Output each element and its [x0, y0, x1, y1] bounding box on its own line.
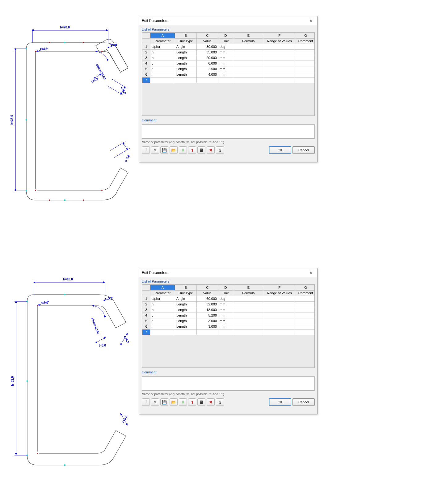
- col-letter-C[interactable]: C: [197, 33, 218, 39]
- table-row[interactable]: 2hLength35.000mm: [142, 50, 315, 55]
- close-icon[interactable]: ✕: [307, 16, 315, 25]
- table-row-empty[interactable]: 7: [142, 78, 315, 83]
- parameters-grid[interactable]: A B C D E F G Parameter Unit Type Value: [142, 32, 315, 116]
- cancel-button[interactable]: Cancel: [292, 398, 315, 406]
- table-row[interactable]: 1alphaAngle30.000deg: [142, 44, 315, 50]
- table-row-empty[interactable]: 7: [142, 330, 315, 335]
- col-value: Value: [197, 39, 218, 44]
- edit-parameters-dialog-2: Edit Parameters ✕ List of Parameters A B…: [139, 268, 318, 414]
- table-row[interactable]: 4cLength5.200mm: [142, 313, 315, 318]
- table-row[interactable]: 1alphaAngle60.000deg: [142, 296, 315, 302]
- section-drawing-2: b=18.0 h=32.0 r=3.0 r=3.0 alpha=60.00 t=…: [3, 252, 136, 504]
- svg-line-28: [123, 143, 127, 149]
- col-letter-A[interactable]: A: [150, 285, 175, 291]
- col-letter-D[interactable]: D: [218, 33, 233, 39]
- edit-parameters-dialog-1: Edit Parameters ✕ List of Parameters A B…: [139, 16, 318, 162]
- comment-input[interactable]: [142, 376, 315, 391]
- svg-point-36: [37, 453, 38, 454]
- save-icon[interactable]: 💾: [160, 398, 168, 406]
- col-unit-type: Unit Type: [175, 291, 197, 296]
- svg-point-33: [64, 294, 66, 296]
- info-icon[interactable]: ℹ: [216, 146, 224, 154]
- ok-button[interactable]: OK: [269, 398, 291, 406]
- dialog-title: Edit Parameters: [142, 16, 168, 25]
- table-row[interactable]: 3bLength18.000mm: [142, 307, 315, 313]
- excel-export-icon[interactable]: ⬆: [188, 146, 196, 154]
- table-row[interactable]: 4cLength6.000mm: [142, 61, 315, 66]
- svg-point-34: [64, 464, 66, 466]
- excel-export-icon[interactable]: ⬆: [188, 398, 196, 406]
- delete-icon[interactable]: ✖: [207, 146, 215, 154]
- svg-point-2: [26, 119, 27, 121]
- svg-line-45: [96, 337, 106, 343]
- svg-point-7: [35, 190, 36, 191]
- svg-point-35: [37, 305, 38, 306]
- calc-icon[interactable]: 🖩: [197, 398, 205, 406]
- parameters-grid[interactable]: A B C D E F G Parameter Unit Type Value: [142, 284, 315, 368]
- close-icon[interactable]: ✕: [307, 268, 315, 277]
- hint-text: Name of parameter (e.g. 'Width_w', not p…: [142, 393, 315, 396]
- comment-input[interactable]: [142, 124, 315, 139]
- dim-b: b=20.0: [60, 26, 70, 29]
- col-letter-C[interactable]: C: [197, 285, 218, 291]
- cancel-button[interactable]: Cancel: [292, 146, 315, 154]
- col-letter-A[interactable]: A: [150, 33, 175, 39]
- col-letter-F[interactable]: F: [264, 33, 295, 39]
- svg-point-4: [64, 42, 66, 44]
- list-of-parameters-label: List of Parameters: [142, 27, 315, 31]
- section-drawing-1: b=20.0 h=35.0 r=4.0 r=4.0 alpha=30.00 t=…: [3, 0, 136, 252]
- help-icon[interactable]: ❔: [142, 146, 150, 154]
- svg-point-10: [49, 42, 50, 43]
- calc-icon[interactable]: 🖩: [197, 146, 205, 154]
- col-range: Range of Values: [264, 39, 295, 44]
- delete-icon[interactable]: ✖: [207, 398, 215, 406]
- dim-h: h=35.0: [10, 115, 14, 125]
- open-icon[interactable]: 📂: [170, 398, 178, 406]
- dim-r2: r=3.0: [105, 297, 112, 300]
- comment-label: Comment: [142, 118, 315, 122]
- col-letter-D[interactable]: D: [218, 285, 233, 291]
- svg-point-6: [35, 51, 36, 52]
- svg-point-11: [83, 42, 84, 43]
- help-icon[interactable]: ❔: [142, 398, 150, 406]
- edit-icon[interactable]: ✎: [151, 398, 159, 406]
- edit-icon[interactable]: ✎: [151, 146, 159, 154]
- table-row[interactable]: 2hLength32.000mm: [142, 302, 315, 307]
- col-parameter: Parameter: [150, 39, 175, 44]
- svg-line-22: [94, 74, 101, 78]
- col-formula: Formula: [233, 39, 264, 44]
- col-unit: Unit: [218, 39, 233, 44]
- col-letter-E[interactable]: E: [233, 33, 264, 39]
- col-letter-F[interactable]: F: [264, 285, 295, 291]
- table-row[interactable]: 6rLength4.000mm: [142, 72, 315, 78]
- table-row[interactable]: 3bLength20.000mm: [142, 55, 315, 61]
- col-letter-G[interactable]: G: [295, 285, 315, 291]
- col-parameter: Parameter: [150, 291, 175, 296]
- dim-c-top: c=5.2: [123, 335, 130, 344]
- col-letter-B[interactable]: B: [175, 33, 197, 39]
- svg-line-23: [112, 79, 127, 88]
- ok-button[interactable]: OK: [269, 146, 291, 154]
- svg-point-12: [49, 200, 50, 201]
- col-comment: Comment: [295, 39, 315, 44]
- svg-line-24: [107, 86, 123, 95]
- dim-b: b=18.0: [63, 278, 73, 281]
- info-icon[interactable]: ℹ: [216, 398, 224, 406]
- svg-point-8: [101, 51, 103, 52]
- open-icon[interactable]: 📂: [170, 146, 178, 154]
- col-letter-G[interactable]: G: [295, 33, 315, 39]
- excel-import-icon[interactable]: ⬇: [179, 398, 187, 406]
- col-comment: Comment: [295, 291, 315, 296]
- col-formula: Formula: [233, 291, 264, 296]
- table-row[interactable]: 6rLength3.000mm: [142, 324, 315, 330]
- dim-r2: r=4.0: [110, 44, 117, 47]
- table-row[interactable]: 5tLength3.000mm: [142, 318, 315, 324]
- dialog-title: Edit Parameters: [142, 268, 168, 277]
- excel-import-icon[interactable]: ⬇: [179, 146, 187, 154]
- dim-h: h=32.0: [11, 376, 14, 386]
- col-value: Value: [197, 291, 218, 296]
- col-letter-E[interactable]: E: [233, 285, 264, 291]
- col-letter-B[interactable]: B: [175, 285, 197, 291]
- table-row[interactable]: 5tLength2.500mm: [142, 66, 315, 72]
- save-icon[interactable]: 💾: [160, 146, 168, 154]
